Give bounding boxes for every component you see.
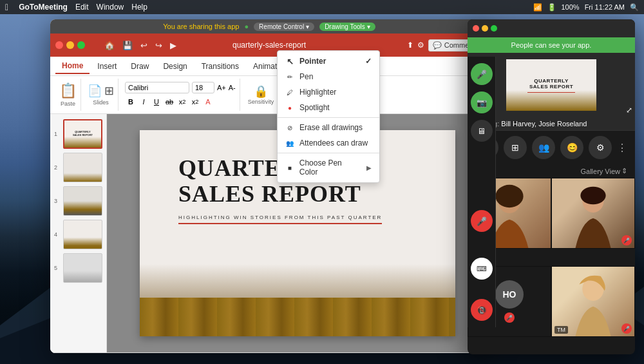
dial-pad-button[interactable]: ⌨ <box>471 258 493 280</box>
remote-control-btn[interactable]: Remote Control ▾ <box>254 23 314 31</box>
paste-button[interactable]: 📋 Paste <box>59 82 77 107</box>
tab-transitions[interactable]: Transitions <box>195 59 245 73</box>
spotlight-option[interactable]: ● Spotlight <box>278 100 379 115</box>
pen-color-option[interactable]: ■ Choose Pen Color ▶ <box>278 155 379 180</box>
gtm-traffic-lights <box>473 25 497 32</box>
battery-icon: 🔋 <box>547 3 556 12</box>
font-color-button[interactable]: A <box>202 96 214 108</box>
pen-option[interactable]: ✏ Pen <box>278 69 379 84</box>
font-shrink-icon[interactable]: A- <box>229 84 236 91</box>
undo-icon[interactable]: ↩ <box>138 39 150 52</box>
underline-button[interactable]: U <box>151 96 162 108</box>
muted-icon-4: 🎤 <box>621 323 632 334</box>
clipboard-group: 📋 Paste <box>55 79 81 111</box>
gtm-minimize[interactable] <box>482 25 488 32</box>
filename: quarterly-sales-report <box>232 41 306 50</box>
italic-button[interactable]: I <box>138 96 149 108</box>
sharing-notification: People can see your app. <box>468 37 635 53</box>
expand-button[interactable]: ⤢ <box>626 106 632 115</box>
sharing-text: You are sharing this app <box>163 23 239 30</box>
screen-button[interactable]: 🖥 <box>471 120 493 142</box>
home-icon[interactable]: 🏠 <box>102 39 117 52</box>
participants-button[interactable]: 👥 <box>532 136 555 159</box>
pointer-icon: ↖ <box>285 57 294 66</box>
powerpoint-window: You are sharing this app ● Remote Contro… <box>50 19 488 353</box>
battery-percent: 100% <box>562 3 580 11</box>
gtm-fullscreen[interactable] <box>491 25 497 32</box>
ribbon-toolbar: 📋 Paste 📄 ⊞ Slides A+ A- B <box>50 76 488 113</box>
audio-button[interactable]: 🎤 <box>471 63 493 85</box>
strikethrough-button[interactable]: ab <box>164 96 175 108</box>
app-name[interactable]: GoToMeeting <box>19 3 68 12</box>
svg-point-3 <box>495 185 523 207</box>
slide-layout-icon[interactable]: ⊞ <box>104 84 114 98</box>
subscript-button[interactable]: x2 <box>189 96 201 108</box>
search-icon[interactable]: 🔍 <box>630 3 639 12</box>
slide-panel: 1 QUARTERLYSALES REPORT 2 3 4 5 <box>50 114 107 352</box>
attendees-draw-option[interactable]: 👥 Attendees can draw <box>278 135 379 151</box>
font-selector[interactable] <box>125 82 189 93</box>
sharing-banner: You are sharing this app ● Remote Contro… <box>50 19 488 34</box>
menubar-left:  GoToMeeting Edit Window Help <box>5 2 147 12</box>
font-size[interactable] <box>192 82 214 93</box>
erase-option[interactable]: ⊘ Erase all drawings <box>278 120 379 135</box>
save-icon[interactable]: 💾 <box>120 39 135 52</box>
spotlight-label: Spotlight <box>299 103 330 112</box>
minimize-button[interactable] <box>66 41 74 49</box>
end-call-button[interactable]: 📵 <box>471 299 493 321</box>
apple-logo[interactable]:  <box>5 2 8 12</box>
menu-window[interactable]: Window <box>97 3 124 12</box>
clock: Fri 11:22 AM <box>585 3 625 11</box>
tab-design[interactable]: Design <box>156 59 193 73</box>
color-swatch-icon: ■ <box>285 163 294 172</box>
gtm-close[interactable] <box>473 25 479 32</box>
tab-draw[interactable]: Draw <box>124 59 155 73</box>
slide-area: 1 QUARTERLYSALES REPORT 2 3 4 5 <box>50 114 488 352</box>
fullscreen-button[interactable] <box>77 41 85 49</box>
slide-preview-1[interactable]: QUARTERLYSALES REPORT <box>63 119 102 149</box>
drawing-tools-btn[interactable]: Drawing Tools ▾ <box>319 23 375 31</box>
reactions-button[interactable]: 😊 <box>560 136 583 159</box>
slide-thumb-4[interactable]: 4 <box>54 220 102 249</box>
menu-edit[interactable]: Edit <box>75 3 89 12</box>
sharing-notification-text: People can see your app. <box>511 41 592 49</box>
name-badge-tm: TM <box>554 326 568 334</box>
eraser-icon: ⊘ <box>285 123 294 132</box>
ppt-titlebar: 🏠 💾 ↩ ↪ ▶ quarterly-sales-report ⬆ ⚙ 💬 C… <box>50 34 488 57</box>
gallery-view-button[interactable]: ⊞ <box>504 136 527 159</box>
tab-home[interactable]: Home <box>55 59 90 74</box>
tab-insert[interactable]: Insert <box>91 59 123 73</box>
slide-thumb-2[interactable]: 2 <box>54 153 102 182</box>
slide-preview-4[interactable] <box>63 220 102 249</box>
slide-preview-3[interactable] <box>63 186 102 216</box>
gtm-panel: People can see your app. QUARTERLYSALES … <box>468 19 635 354</box>
slide-thumb-3[interactable]: 3 <box>54 186 102 216</box>
present-icon[interactable]: ▶ <box>167 39 179 52</box>
sensitivity-icon[interactable]: 🔒 <box>254 84 268 99</box>
camera-button[interactable]: 📷 <box>471 91 493 113</box>
redo-icon[interactable]: ↪ <box>153 39 165 52</box>
share-icon[interactable]: ⬆ <box>407 41 413 50</box>
pointer-check: ✓ <box>365 57 372 66</box>
end-audio-button[interactable]: 🎤 <box>471 210 493 232</box>
superscript-button[interactable]: x2 <box>176 96 188 108</box>
new-slide-icon[interactable]: 📄 <box>88 84 102 98</box>
settings-icon[interactable]: ⚙ <box>417 41 424 50</box>
slide-preview-5[interactable] <box>63 253 102 283</box>
left-control-strip: 🎤 📷 🖥 🎤 ⌨ 📵 <box>468 57 496 327</box>
font-grow-icon[interactable]: A+ <box>217 84 226 91</box>
gear-button[interactable]: ⚙ <box>589 136 612 159</box>
slide-thumb-1[interactable]: 1 QUARTERLYSALES REPORT <box>54 119 102 149</box>
slide-preview-2[interactable] <box>63 153 102 182</box>
close-button[interactable] <box>55 41 63 49</box>
highlighter-option[interactable]: 🖊 Highlighter <box>278 84 379 100</box>
more-options-button[interactable]: ⋮ <box>617 142 627 154</box>
format-buttons: B I U ab x2 x2 A <box>125 96 214 108</box>
bold-button[interactable]: B <box>125 96 137 108</box>
menu-help[interactable]: Help <box>131 3 147 12</box>
gallery-view-label[interactable]: Gallery View ⇕ <box>580 167 627 175</box>
preview-line <box>527 92 575 93</box>
sensitivity-group: 🔒 Sensitivity <box>243 84 279 105</box>
slide-thumb-5[interactable]: 5 <box>54 253 102 283</box>
pointer-option[interactable]: ↖ Pointer ✓ <box>278 53 379 69</box>
